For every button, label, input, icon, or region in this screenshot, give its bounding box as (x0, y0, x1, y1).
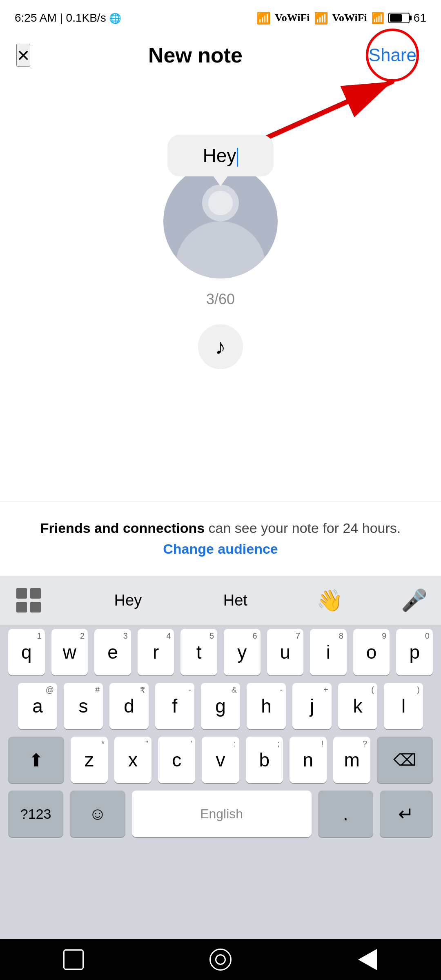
key-l[interactable]: l) (384, 683, 423, 729)
key-label: i (326, 641, 330, 663)
key-label: h (261, 695, 272, 717)
status-separator: | (60, 11, 66, 24)
key-label: n (303, 749, 314, 771)
key-j[interactable]: j+ (292, 683, 332, 729)
top-bar: × New note Share (0, 33, 441, 78)
share-button-wrapper: Share (361, 41, 425, 69)
key-label: a (32, 695, 43, 717)
key-g[interactable]: g& (201, 683, 240, 729)
grid-cell-4 (30, 602, 41, 612)
key-d[interactable]: d₹ (109, 683, 149, 729)
key-sub: 3 (123, 631, 128, 641)
emoji-icon: ☺ (89, 804, 107, 824)
key-a[interactable]: a@ (18, 683, 57, 729)
key-label: l (401, 695, 405, 717)
audience-info: Friends and connections can see your not… (0, 501, 441, 576)
key-t[interactable]: t5 (180, 629, 217, 675)
share-button[interactable]: Share (361, 41, 425, 69)
status-icon: 🌐 (109, 13, 121, 24)
signal-icon: 📶 (256, 11, 271, 25)
nav-home-button[interactable] (208, 947, 233, 972)
key-o[interactable]: o9 (353, 629, 390, 675)
status-time-speed: 6:25 AM | 0.1KB/s 🌐 (15, 11, 121, 24)
key-b[interactable]: b; (246, 737, 283, 783)
backspace-key[interactable]: ⌫ (377, 737, 433, 783)
key-x[interactable]: x" (114, 737, 151, 783)
music-button[interactable]: ♪ (198, 324, 243, 369)
key-h[interactable]: h- (247, 683, 286, 729)
key-sub: " (145, 739, 148, 748)
key-z[interactable]: z* (71, 737, 108, 783)
wifi-icon: VoWiFi (275, 12, 310, 24)
key-label: u (280, 641, 291, 663)
key-sub: ( (371, 685, 374, 695)
key-sub: 7 (296, 631, 300, 641)
mic-icon-symbol: 🎤 (401, 588, 428, 613)
key-label: z (85, 749, 94, 771)
status-time: 6:25 AM (15, 11, 57, 24)
audience-bold-text: Friends and connections (40, 520, 205, 536)
key-label: k (353, 695, 363, 717)
key-label: g (215, 695, 226, 717)
space-key[interactable]: English (132, 791, 312, 837)
backspace-icon: ⌫ (393, 751, 416, 769)
key-c[interactable]: c' (158, 737, 195, 783)
key-e[interactable]: e3 (94, 629, 131, 675)
shift-key[interactable]: ⬆ (8, 737, 64, 783)
key-label: m (344, 749, 359, 771)
key-sub: & (232, 685, 237, 695)
enter-key[interactable]: ↵ (380, 791, 433, 837)
key-label: b (259, 749, 270, 771)
key-sub: : (234, 739, 236, 748)
key-sub: @ (46, 685, 54, 695)
key-label: q (21, 641, 32, 663)
keyboard-grid-icon[interactable] (12, 584, 45, 617)
avatar-head (202, 185, 239, 221)
period-label: . (343, 803, 348, 825)
grid-cell-1 (16, 588, 27, 599)
key-m[interactable]: m? (333, 737, 370, 783)
key-f[interactable]: f- (155, 683, 194, 729)
keyboard: Hey Het 👋 🎤 q1 w2 e3 r4 t5 y6 u7 i8 o9 p… (0, 576, 441, 980)
key-v[interactable]: v: (202, 737, 239, 783)
close-button[interactable]: × (16, 44, 30, 67)
nav-back-button[interactable] (355, 947, 380, 972)
key-sub: 1 (37, 631, 42, 641)
key-row-3: ⬆ z* x" c' v: b; n! m? ⌫ (8, 737, 433, 783)
key-sub: 8 (339, 631, 343, 641)
key-row-2: a@ s# d₹ f- g& h- j+ k( l) (8, 683, 433, 729)
suggestion-hey[interactable]: Hey (102, 588, 154, 613)
key-label: c (172, 749, 181, 771)
mic-button[interactable]: 🎤 (400, 586, 429, 615)
emoji-key[interactable]: ☺ (70, 791, 125, 837)
numbers-key[interactable]: ?123 (8, 791, 63, 837)
avatar-body (176, 221, 265, 278)
suggestion-het[interactable]: Het (211, 588, 260, 613)
key-i[interactable]: i8 (310, 629, 347, 675)
key-label: v (216, 749, 225, 771)
key-k[interactable]: k( (338, 683, 377, 729)
key-r[interactable]: r4 (138, 629, 174, 675)
key-u[interactable]: u7 (267, 629, 304, 675)
key-sub: * (101, 739, 105, 748)
key-label: o (366, 641, 377, 663)
note-bubble[interactable]: Hey (167, 135, 274, 176)
key-s[interactable]: s# (64, 683, 103, 729)
shift-icon: ⬆ (29, 750, 44, 771)
period-key[interactable]: . (318, 791, 373, 837)
change-audience-link[interactable]: Change audience (163, 541, 278, 557)
nav-recents-button[interactable] (61, 947, 86, 972)
note-text: Hey (203, 145, 236, 166)
numbers-label: ?123 (20, 806, 51, 822)
key-w[interactable]: w2 (51, 629, 88, 675)
suggestion-emoji[interactable]: 👋 (316, 588, 343, 613)
key-sub: 0 (425, 631, 430, 641)
key-p[interactable]: p0 (396, 629, 433, 675)
key-y[interactable]: y6 (224, 629, 261, 675)
key-sub: + (323, 685, 328, 695)
key-sub: ? (363, 739, 367, 748)
key-q[interactable]: q1 (8, 629, 45, 675)
home-icon (209, 949, 232, 971)
key-n[interactable]: n! (290, 737, 327, 783)
battery-percent: 61 (414, 11, 426, 24)
